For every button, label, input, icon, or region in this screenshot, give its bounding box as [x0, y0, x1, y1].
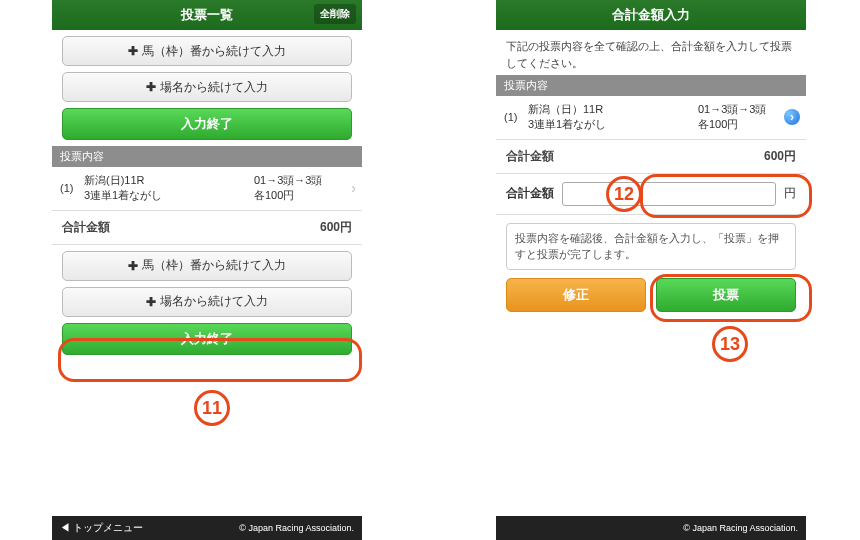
- modify-label: 修正: [563, 286, 589, 304]
- finish-input-button[interactable]: 入力終了: [62, 108, 352, 140]
- add-by-venue-button-2[interactable]: ✚ 場名から続けて入力: [62, 287, 352, 317]
- total-row-right: 合計金額 600円: [496, 140, 806, 174]
- add-by-number-label: 馬（枠）番から続けて入力: [142, 43, 286, 60]
- copyright-left: © Japan Racing Association.: [143, 523, 354, 533]
- titlebar-right: 合計金額入力: [496, 0, 806, 30]
- amount-input[interactable]: [562, 182, 776, 206]
- footer-right: © Japan Racing Association.: [496, 516, 806, 540]
- total-label-right: 合計金額: [506, 148, 764, 165]
- instruction-text: 下記の投票内容を全て確認の上、合計金額を入力して投票してください。: [496, 30, 806, 75]
- phone-left: 投票一覧 全削除 ✚ 馬（枠）番から続けて入力 ✚ 場名から続けて入力 入力終了…: [52, 0, 362, 540]
- plus-icon: ✚: [146, 295, 156, 309]
- callout-11: 11: [194, 390, 230, 426]
- total-value-left: 600円: [320, 219, 352, 236]
- phone-right: 合計金額入力 下記の投票内容を全て確認の上、合計金額を入力して投票してください。…: [496, 0, 806, 540]
- add-by-number-button-2[interactable]: ✚ 馬（枠）番から続けて入力: [62, 251, 352, 281]
- modify-button[interactable]: 修正: [506, 278, 646, 312]
- action-buttons: 修正 投票: [506, 278, 796, 312]
- chevron-right-icon: ›: [351, 180, 356, 196]
- plus-icon: ✚: [128, 44, 138, 58]
- section-head-right: 投票内容: [496, 75, 806, 96]
- bet-row-right[interactable]: (1) 新潟（日）11R 3連単1着ながし 01→3頭→3頭 各100円: [496, 96, 806, 140]
- title-left: 投票一覧: [181, 6, 233, 24]
- callout-13: 13: [712, 326, 748, 362]
- titlebar-left: 投票一覧 全削除: [52, 0, 362, 30]
- note-box: 投票内容を確認後、合計金額を入力し、「投票」を押すと投票が完了します。: [506, 223, 796, 270]
- bet-sel1-r: 01→3頭→3頭: [698, 102, 798, 117]
- bet-line1-r: 新潟（日）11R: [528, 102, 698, 117]
- bet-line2-r: 3連単1着ながし: [528, 117, 698, 132]
- callout-12: 12: [606, 176, 642, 212]
- bet-index-r: (1): [504, 111, 528, 123]
- finish-input-label-2: 入力終了: [181, 330, 233, 348]
- yen-suffix: 円: [784, 185, 796, 202]
- finish-input-button-2[interactable]: 入力終了: [62, 323, 352, 355]
- bet-sel2-r: 各100円: [698, 117, 798, 132]
- bet-row[interactable]: (1) 新潟(日)11R 3連単1着ながし 01→3頭→3頭 各100円 ›: [52, 167, 362, 211]
- submit-label: 投票: [713, 286, 739, 304]
- bet-sel2: 各100円: [254, 188, 354, 203]
- amount-input-row: 合計金額 円: [496, 174, 806, 215]
- bet-sel1: 01→3頭→3頭: [254, 173, 354, 188]
- title-right: 合計金額入力: [612, 6, 690, 24]
- disclosure-icon: [784, 109, 800, 125]
- add-by-number-button[interactable]: ✚ 馬（枠）番から続けて入力: [62, 36, 352, 66]
- bet-line2: 3連単1着ながし: [84, 188, 254, 203]
- add-by-number-label-2: 馬（枠）番から続けて入力: [142, 257, 286, 274]
- total-label-left: 合計金額: [62, 219, 320, 236]
- total-value-right: 600円: [764, 148, 796, 165]
- amount-input-label: 合計金額: [506, 185, 554, 202]
- bet-line1: 新潟(日)11R: [84, 173, 254, 188]
- finish-input-label: 入力終了: [181, 115, 233, 133]
- clear-all-button[interactable]: 全削除: [314, 4, 356, 24]
- section-head-left: 投票内容: [52, 146, 362, 167]
- add-by-venue-label-2: 場名から続けて入力: [160, 293, 268, 310]
- total-row-left: 合計金額 600円: [52, 211, 362, 245]
- add-by-venue-label: 場名から続けて入力: [160, 79, 268, 96]
- submit-button[interactable]: 投票: [656, 278, 796, 312]
- add-by-venue-button[interactable]: ✚ 場名から続けて入力: [62, 72, 352, 102]
- top-menu-link[interactable]: ◀ トップメニュー: [60, 521, 143, 535]
- plus-icon: ✚: [128, 259, 138, 273]
- plus-icon: ✚: [146, 80, 156, 94]
- bet-index: (1): [60, 182, 84, 194]
- copyright-right: © Japan Racing Association.: [504, 523, 798, 533]
- footer-left: ◀ トップメニュー © Japan Racing Association.: [52, 516, 362, 540]
